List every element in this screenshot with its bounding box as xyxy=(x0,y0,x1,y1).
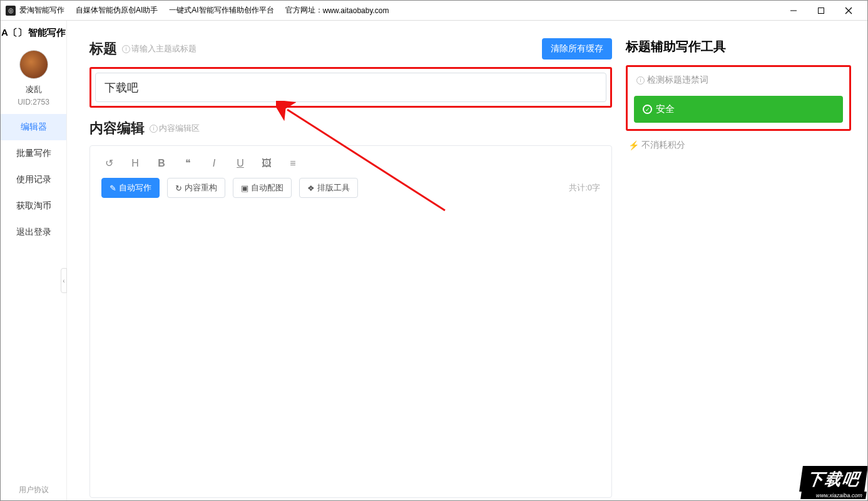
align-icon[interactable]: ≡ xyxy=(287,158,299,169)
auto-write-label: 自动写作 xyxy=(119,182,151,194)
restructure-label: 内容重构 xyxy=(185,182,217,194)
content-editor[interactable] xyxy=(101,202,600,490)
auto-image-label: 自动配图 xyxy=(251,182,283,194)
site-url: www.aitaobaby.com xyxy=(323,6,389,15)
nav-batch-write[interactable]: 批量写作 xyxy=(1,140,66,167)
nav-logout-label: 退出登录 xyxy=(16,227,51,238)
content-hint: i 内容编辑区 xyxy=(150,123,200,134)
title-hint-text: 请输入主题或标题 xyxy=(131,43,197,54)
svg-rect-1 xyxy=(819,8,824,13)
auto-write-button[interactable]: ✎ 自动写作 xyxy=(101,178,160,198)
tagline-1: 自媒体智能伪原创AI助手 xyxy=(76,5,158,16)
uid: UID:2753 xyxy=(18,98,49,106)
check-forbidden-label: i 检测标题违禁词 xyxy=(634,73,843,87)
content-section-label: 内容编辑 xyxy=(89,119,145,138)
avatar[interactable] xyxy=(19,50,48,79)
italic-icon[interactable]: I xyxy=(208,158,220,169)
image-icon[interactable]: 🖼 xyxy=(260,158,273,169)
safe-status-bar: ✓ 安全 xyxy=(634,96,843,123)
minimize-button[interactable] xyxy=(780,1,807,20)
title-input-highlight xyxy=(89,67,612,108)
titlebar: ◎ 爱淘智能写作 自媒体智能伪原创AI助手 一键式AI智能写作辅助创作平台 官方… xyxy=(1,1,867,21)
close-button[interactable] xyxy=(835,1,862,20)
safe-text: 安全 xyxy=(656,103,675,115)
auto-image-button[interactable]: ▣ 自动配图 xyxy=(233,178,292,198)
info-icon: i xyxy=(636,76,645,85)
layout-tool-button[interactable]: ❖ 排版工具 xyxy=(299,178,358,198)
heading-icon[interactable]: H xyxy=(129,158,141,169)
site-label: 官方网址： xyxy=(285,5,323,16)
tagline-2: 一键式AI智能写作辅助创作平台 xyxy=(169,5,273,16)
editor-card: ↺ H B ❝ I U 🖼 ≡ ✎ 自动写作 ↻ 内容重构 xyxy=(89,145,612,498)
content-hint-text: 内容编辑区 xyxy=(159,123,200,134)
nav-get-coins[interactable]: 获取淘币 xyxy=(1,193,66,219)
picture-icon: ▣ xyxy=(241,183,248,193)
nav-logout[interactable]: 退出登录 xyxy=(1,219,66,245)
editor-toolbar: ↺ H B ❝ I U 🖼 ≡ xyxy=(101,155,600,178)
word-count: 共计:0字 xyxy=(569,182,600,194)
app-icon: ◎ xyxy=(6,6,16,16)
check-label-text: 检测标题违禁词 xyxy=(647,75,708,86)
no-cost-text: 不消耗积分 xyxy=(641,140,685,151)
sidebar: A〔〕 智能写作 凌乱 UID:2753 编辑器 批量写作 使用记录 获取淘币 … xyxy=(1,21,67,500)
undo-icon[interactable]: ↺ xyxy=(103,157,115,169)
user-agreement-link[interactable]: 用户协议 xyxy=(19,485,49,495)
pencil-icon: ✎ xyxy=(110,183,116,193)
title-input[interactable] xyxy=(95,73,606,102)
title-section-label: 标题 xyxy=(89,39,117,58)
logo: A〔〕 智能写作 xyxy=(1,27,66,39)
bold-icon[interactable]: B xyxy=(155,158,168,169)
check-panel-highlight: i 检测标题违禁词 ✓ 安全 xyxy=(626,65,851,131)
nav-editor[interactable]: 编辑器 xyxy=(1,114,66,140)
layout-tool-label: 排版工具 xyxy=(317,182,350,194)
clear-cache-button[interactable]: 清除所有缓存 xyxy=(542,38,612,59)
collapse-handle[interactable]: ‹ xyxy=(61,268,67,293)
lightning-icon: ⚡ xyxy=(628,140,639,150)
restructure-button[interactable]: ↻ 内容重构 xyxy=(167,178,225,198)
underline-icon[interactable]: U xyxy=(234,158,247,169)
logo-text: 智能写作 xyxy=(28,27,66,39)
layout-icon: ❖ xyxy=(307,183,315,193)
info-icon: i xyxy=(150,125,158,133)
maximize-button[interactable] xyxy=(807,1,835,20)
nav-history[interactable]: 使用记录 xyxy=(1,167,66,193)
check-circle-icon: ✓ xyxy=(643,105,652,114)
logo-icon: A〔〕 xyxy=(1,27,27,39)
username: 凌乱 xyxy=(26,84,42,95)
app-name: 爱淘智能写作 xyxy=(19,5,64,16)
info-icon: i xyxy=(122,45,130,53)
assist-panel-title: 标题辅助写作工具 xyxy=(626,38,851,55)
no-cost-note: ⚡ 不消耗积分 xyxy=(626,140,851,151)
title-hint: i 请输入主题或标题 xyxy=(122,43,197,54)
quote-icon[interactable]: ❝ xyxy=(181,157,194,169)
refresh-icon: ↻ xyxy=(175,183,182,193)
